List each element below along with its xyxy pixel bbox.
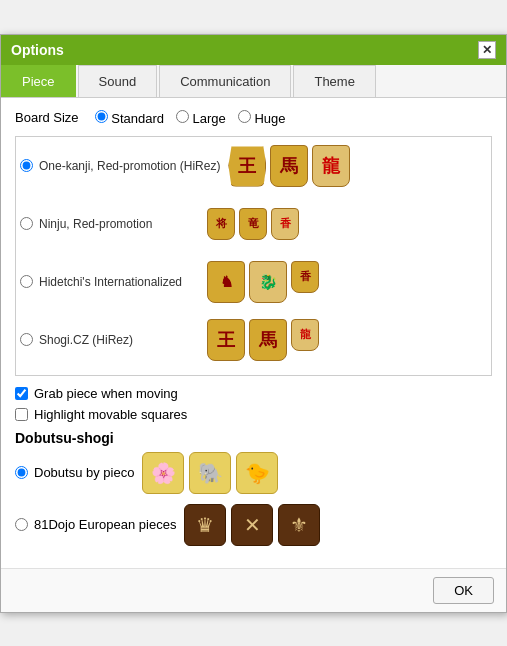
piece-set-radio-3[interactable]: [20, 333, 33, 346]
dobutsu-icons-1: ♛ ✕ ⚜: [184, 504, 320, 546]
tab-theme[interactable]: Theme: [293, 65, 375, 97]
piece-tile: 馬: [270, 145, 308, 187]
piece-tile: 香: [291, 261, 319, 293]
dobutsu-tile: 🐘: [189, 452, 231, 494]
piece-set-icons-2: ♞ 🐉 香: [207, 261, 319, 303]
piece-set-item: One-kanji, Red-promotion (HiRez) 王 馬 龍: [20, 143, 487, 189]
piece-set-icons-1: 将 竜 香: [207, 208, 299, 240]
dobutsu-icons-0: 🌸 🐘 🐤: [142, 452, 278, 494]
dobutsu-tile-brown: ♛: [184, 504, 226, 546]
dobutsu-tile: 🐤: [236, 452, 278, 494]
piece-tile-promoted: 🐉: [249, 261, 287, 303]
dobutsu-label-1: 81Dojo European pieces: [34, 517, 176, 532]
board-size-huge[interactable]: Huge: [238, 110, 286, 126]
ok-button[interactable]: OK: [433, 577, 494, 604]
board-size-large[interactable]: Large: [176, 110, 226, 126]
board-size-standard[interactable]: Standard: [95, 110, 164, 126]
dobutsu-tile: 🌸: [142, 452, 184, 494]
dobutsu-radio-0[interactable]: [15, 466, 28, 479]
board-size-label: Board Size: [15, 110, 79, 125]
piece-set-label-1: Ninju, Red-promotion: [39, 217, 199, 231]
piece-set-list: One-kanji, Red-promotion (HiRez) 王 馬 龍 N…: [15, 136, 492, 376]
piece-set-icons-3: 王 馬 龍: [207, 319, 319, 361]
piece-set-label-2: Hidetchi's Internationalized: [39, 275, 199, 289]
dobutsu-radio-1[interactable]: [15, 518, 28, 531]
piece-set-radio-2[interactable]: [20, 275, 33, 288]
tab-sound[interactable]: Sound: [78, 65, 158, 97]
piece-set-item: Shogi.CZ (HiRez) 王 馬 龍: [20, 317, 487, 363]
piece-set-item: Simplified Ryoko, Red-promotion 王 乃 龍: [20, 375, 487, 376]
piece-set-icons-0: 王 馬 龍: [228, 145, 350, 187]
piece-tile: 王: [228, 145, 266, 187]
dobutsu-row-0: Dobutsu by pieco 🌸 🐘 🐤: [15, 452, 492, 494]
dialog-title: Options: [11, 42, 64, 58]
highlight-squares-label: Highlight movable squares: [34, 407, 187, 422]
dialog-footer: OK: [1, 568, 506, 612]
tab-piece[interactable]: Piece: [1, 65, 76, 97]
grab-piece-checkbox[interactable]: [15, 387, 28, 400]
piece-tile-promoted: 龍: [312, 145, 350, 187]
piece-set-label-0: One-kanji, Red-promotion (HiRez): [39, 159, 220, 173]
tab-communication[interactable]: Communication: [159, 65, 291, 97]
dobutsu-tile-brown: ✕: [231, 504, 273, 546]
piece-tile: 将: [207, 208, 235, 240]
tab-content: Board Size Standard Large Huge One-kanji…: [1, 98, 506, 568]
piece-set-radio-0[interactable]: [20, 159, 33, 172]
dobutsu-label-0: Dobutsu by pieco: [34, 465, 134, 480]
board-size-row: Board Size Standard Large Huge: [15, 110, 492, 126]
piece-tile: ♞: [207, 261, 245, 303]
piece-set-radio-1[interactable]: [20, 217, 33, 230]
dobutsu-row-1: 81Dojo European pieces ♛ ✕ ⚜: [15, 504, 492, 546]
tab-bar: Piece Sound Communication Theme: [1, 65, 506, 98]
grab-piece-row: Grab piece when moving: [15, 386, 492, 401]
piece-tile-promoted: 香: [271, 208, 299, 240]
piece-tile: 馬: [249, 319, 287, 361]
title-bar: Options ✕: [1, 35, 506, 65]
dobutsu-tile-brown: ⚜: [278, 504, 320, 546]
piece-tile: 竜: [239, 208, 267, 240]
piece-set-label-3: Shogi.CZ (HiRez): [39, 333, 199, 347]
piece-tile: 王: [207, 319, 245, 361]
piece-tile-promoted: 龍: [291, 319, 319, 351]
piece-set-item: Ninju, Red-promotion 将 竜 香: [20, 201, 487, 247]
grab-piece-label: Grab piece when moving: [34, 386, 178, 401]
close-button[interactable]: ✕: [478, 41, 496, 59]
highlight-squares-row: Highlight movable squares: [15, 407, 492, 422]
options-dialog: Options ✕ Piece Sound Communication Them…: [0, 34, 507, 613]
piece-set-item: Hidetchi's Internationalized ♞ 🐉 香: [20, 259, 487, 305]
dobutsu-section-title: Dobutsu-shogi: [15, 430, 492, 446]
highlight-squares-checkbox[interactable]: [15, 408, 28, 421]
